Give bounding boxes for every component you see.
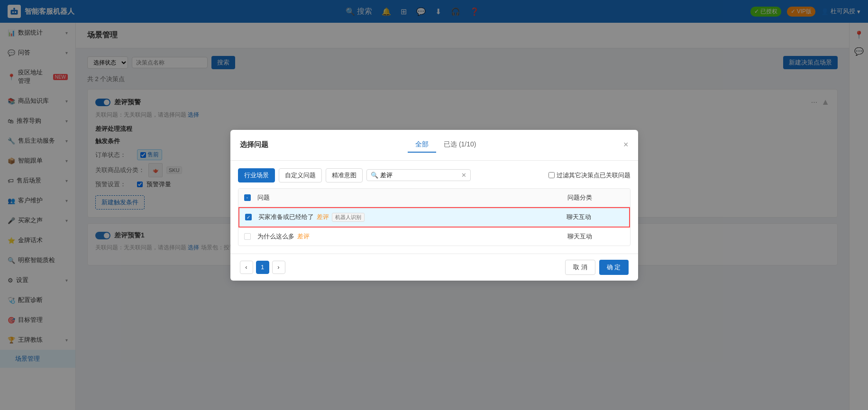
next-page-button[interactable]: › xyxy=(272,261,285,274)
modal-close-button[interactable]: × xyxy=(623,140,629,150)
industry-scene-tab[interactable]: 行业场景 xyxy=(238,168,275,182)
row2-highlight: 差评 xyxy=(297,232,310,241)
modal-header: 选择问题 全部 已选 (1/10) × xyxy=(230,130,638,161)
modal-toolbar: 行业场景 自定义问题 精准意图 🔍 ✕ 过滤其它决策点已关联问题 xyxy=(238,168,630,182)
table-header: - 问题 问题分类 xyxy=(238,189,630,207)
modal-tab-all[interactable]: 全部 xyxy=(408,137,436,153)
modal-overlay[interactable]: 选择问题 全部 已选 (1/10) × 行业场景 自定义问题 精准意图 🔍 ✕ xyxy=(0,0,868,410)
pagination: ‹ 1 › xyxy=(240,261,285,274)
modal-footer: ‹ 1 › 取 消 确 定 xyxy=(230,254,638,281)
page-1-button[interactable]: 1 xyxy=(256,261,269,274)
precise-intent-tab[interactable]: 精准意图 xyxy=(326,168,363,182)
table-row[interactable]: ✓ 买家准备或已经给了 差评 机器人识别 聊天互动 xyxy=(238,207,630,228)
select-question-modal: 选择问题 全部 已选 (1/10) × 行业场景 自定义问题 精准意图 🔍 ✕ xyxy=(230,130,638,281)
footer-buttons: 取 消 确 定 xyxy=(565,260,628,275)
custom-question-tab[interactable]: 自定义问题 xyxy=(279,168,322,182)
row1-question: 买家准备或已经给了 差评 机器人识别 xyxy=(258,213,563,222)
row2-checkbox-col xyxy=(244,233,254,240)
modal-title: 选择问题 xyxy=(240,140,268,149)
question-table: - 问题 问题分类 ✓ 买家准备或已经给了 差评 机器人识别 聊天互动 xyxy=(238,188,630,246)
table-row[interactable]: 为什么这么多 差评 聊天互动 xyxy=(238,228,630,246)
prev-page-button[interactable]: ‹ xyxy=(240,261,253,274)
machine-tag-1: 机器人识别 xyxy=(332,213,365,222)
modal-search-box[interactable]: 🔍 ✕ xyxy=(366,169,471,181)
filter-other-checkbox[interactable] xyxy=(548,172,555,178)
search-icon: 🔍 xyxy=(371,172,378,179)
row1-category: 聊天互动 xyxy=(566,213,623,221)
header-checkbox-col: - xyxy=(244,194,254,201)
row2-category: 聊天互动 xyxy=(567,232,624,241)
search-clear-icon[interactable]: ✕ xyxy=(461,172,466,179)
row1-checkbox[interactable]: ✓ xyxy=(245,214,252,220)
modal-tab-group: 全部 已选 (1/10) xyxy=(408,137,484,153)
row1-highlight: 差评 xyxy=(317,213,329,221)
filter-checkbox-area: 过滤其它决策点已关联问题 xyxy=(548,171,630,180)
cancel-button[interactable]: 取 消 xyxy=(565,260,595,275)
modal-body: 行业场景 自定义问题 精准意图 🔍 ✕ 过滤其它决策点已关联问题 xyxy=(230,161,638,254)
confirm-button[interactable]: 确 定 xyxy=(599,260,629,275)
select-all-checkbox[interactable]: - xyxy=(244,194,251,201)
row1-checkbox-col: ✓ xyxy=(245,214,255,220)
question-col-header: 问题 xyxy=(257,193,564,202)
row2-checkbox[interactable] xyxy=(244,233,251,240)
row2-question: 为什么这么多 差评 xyxy=(257,232,564,241)
modal-tab-selected[interactable]: 已选 (1/10) xyxy=(436,137,484,153)
modal-search-input[interactable] xyxy=(380,172,461,179)
category-col-header: 问题分类 xyxy=(567,193,624,202)
